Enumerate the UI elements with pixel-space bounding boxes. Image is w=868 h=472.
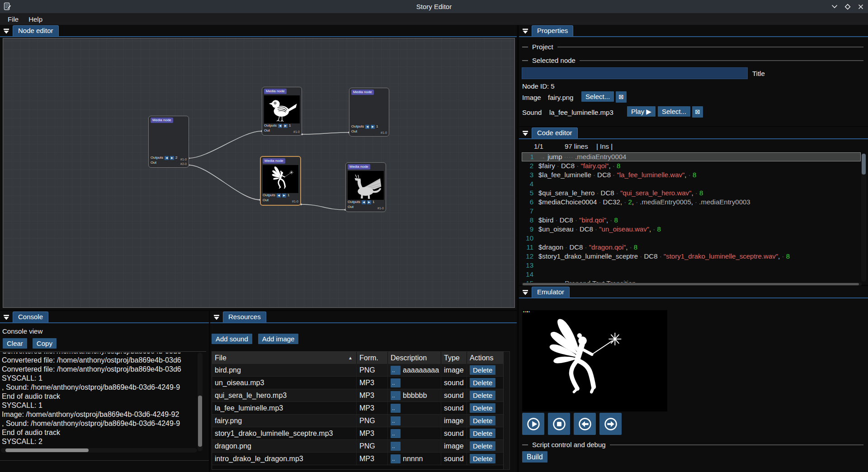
next-output-button[interactable]: ▶: [170, 156, 174, 160]
edit-description-button[interactable]: ..: [391, 391, 401, 400]
code-vertical-scrollbar[interactable]: [861, 153, 866, 282]
tab-code-editor[interactable]: Code editor: [532, 127, 578, 138]
tab-resources[interactable]: Resources: [223, 312, 266, 322]
graph-node[interactable]: Media nodeOutputs◀▶2Out#1-0#2-0: [148, 116, 189, 168]
column-header-type[interactable]: Type: [441, 352, 467, 364]
table-row[interactable]: fairy.pngPNG..imageDelete: [212, 415, 503, 427]
next-output-button[interactable]: ▶: [282, 194, 286, 198]
output-port[interactable]: #1-0: [377, 207, 384, 210]
edit-description-button[interactable]: ..: [391, 366, 401, 375]
next-output-button[interactable]: ▶: [367, 200, 371, 204]
type-cell: sound: [441, 402, 467, 414]
collapse-panel-icon[interactable]: [213, 315, 220, 320]
code-line: 6$mediaChoice0004 · DC32, · 2, · .mediaE…: [522, 198, 861, 207]
edit-description-button[interactable]: ..: [391, 378, 401, 387]
delete-button[interactable]: Delete: [470, 365, 495, 375]
title-bar[interactable]: Story Editor: [0, 0, 868, 13]
graph-node[interactable]: Media nodeOutputs◀▶1Out#1-0: [345, 162, 386, 212]
step-forward-button[interactable]: [599, 413, 622, 435]
node-title-input[interactable]: [522, 67, 748, 79]
close-button[interactable]: [857, 3, 864, 10]
output-port[interactable]: #1-0: [292, 200, 298, 203]
step-back-button[interactable]: [574, 413, 596, 435]
code-token: →: [539, 153, 547, 160]
console-output[interactable]: Convertered file: /home/anthony/ostproj/…: [2, 353, 197, 451]
delete-button[interactable]: Delete: [470, 429, 495, 438]
table-row[interactable]: qui_sera_le_hero.mp3MP3..bbbbbbsoundDele…: [212, 389, 503, 402]
output-port[interactable]: #1-0: [293, 130, 300, 134]
table-row[interactable]: story1_drako_luminelle_sceptre.mp3MP3..s…: [212, 427, 503, 440]
table-row[interactable]: un_oiseau.mp3MP3..soundDelete: [212, 377, 503, 389]
column-header-actions[interactable]: Actions: [467, 352, 502, 364]
prev-output-button[interactable]: ◀: [165, 156, 169, 160]
menu-help[interactable]: Help: [24, 14, 47, 24]
tab-node-editor[interactable]: Node editor: [13, 25, 59, 36]
collapse-panel-icon[interactable]: [3, 28, 9, 34]
script-control-section: Script control and debug: [522, 441, 863, 448]
delete-button[interactable]: Delete: [470, 403, 495, 413]
menu-file[interactable]: File: [3, 14, 24, 24]
play-button[interactable]: [522, 413, 544, 435]
delete-button[interactable]: Delete: [470, 378, 495, 387]
prev-output-button[interactable]: ◀: [365, 125, 369, 129]
edit-description-button[interactable]: ..: [391, 404, 401, 413]
graph-node[interactable]: Media nodeOutputs◀▶1Out#1-0: [262, 87, 302, 136]
add-sound-button[interactable]: Add sound: [212, 334, 252, 344]
prev-output-button[interactable]: ◀: [278, 124, 282, 128]
resources-table-scrollbar-gutter[interactable]: [504, 351, 510, 470]
output-port[interactable]: #1-0: [381, 131, 387, 135]
output-port[interactable]: #2-0: [180, 162, 187, 166]
sound-clear-button[interactable]: ⊠: [692, 106, 703, 118]
prev-output-button[interactable]: ◀: [277, 194, 281, 198]
collapse-panel-icon[interactable]: [522, 290, 528, 295]
tab-console[interactable]: Console: [13, 312, 48, 322]
edit-description-button[interactable]: ..: [391, 416, 401, 425]
delete-button[interactable]: Delete: [470, 441, 495, 451]
column-header-format[interactable]: Form.: [357, 352, 388, 364]
column-header-file[interactable]: File▲: [212, 352, 357, 364]
next-output-button[interactable]: ▶: [371, 125, 375, 129]
console-clear-button[interactable]: Clear: [3, 338, 27, 349]
sound-play-button[interactable]: Play ▶: [627, 106, 656, 117]
image-clear-button[interactable]: ⊠: [616, 91, 627, 103]
edit-description-button[interactable]: ..: [391, 454, 401, 463]
prev-output-button[interactable]: ◀: [362, 200, 366, 204]
next-output-button[interactable]: ▶: [283, 124, 288, 128]
table-row[interactable]: intro_drako_le_dragon.mp3MP3..nnnnnsound…: [212, 453, 503, 465]
delete-button[interactable]: Delete: [470, 416, 495, 425]
code-editor-text[interactable]: 1→ jump ···· .mediaEntry00042$fairy · DC…: [522, 152, 861, 283]
console-copy-button[interactable]: Copy: [33, 338, 57, 349]
table-row[interactable]: dragon.pngPNG..imageDelete: [212, 440, 503, 453]
graph-node[interactable]: Media nodeOutputs◀▶1Out#1-0: [349, 88, 389, 137]
table-row[interactable]: la_fee_luminelle.mp3MP3..soundDelete: [212, 402, 503, 415]
graph-node[interactable]: Media nodeOutputs◀▶1Out#1-0: [260, 156, 301, 206]
node-graph-canvas[interactable]: Media nodeOutputs◀▶2Out#1-0#2-0Media nod…: [3, 38, 515, 308]
collapse-panel-icon[interactable]: [522, 131, 528, 136]
delete-button[interactable]: Delete: [470, 454, 495, 463]
table-row[interactable]: bird.pngPNG..aaaaaaaaaimageDelete: [212, 364, 503, 377]
tab-emulator[interactable]: Emulator: [532, 287, 570, 297]
column-header-description[interactable]: Description: [388, 352, 441, 364]
sound-select-button[interactable]: Select...: [658, 106, 690, 117]
build-button[interactable]: Build: [522, 451, 547, 463]
image-select-button[interactable]: Select...: [581, 91, 614, 102]
console-vertical-scrollbar[interactable]: [198, 353, 203, 451]
code-token: $fairy: [538, 162, 555, 170]
add-image-button[interactable]: Add image: [258, 334, 299, 344]
tab-properties[interactable]: Properties: [532, 25, 573, 36]
collapse-panel-icon[interactable]: [522, 28, 528, 34]
stop-button[interactable]: [548, 413, 570, 435]
maximize-button[interactable]: [844, 3, 851, 10]
code-token: "bird.qoi": [579, 216, 606, 224]
code-line: 2$fairy · DC8 · "fairy.qoi", · 8: [522, 161, 861, 170]
code-line: 3$la_fee_luminelle · DC8 · "la_fee_lumin…: [522, 170, 861, 179]
minimize-button[interactable]: [831, 3, 838, 10]
edit-description-button[interactable]: ..: [391, 429, 401, 438]
collapse-panel-icon[interactable]: [3, 315, 9, 320]
delete-button[interactable]: Delete: [470, 391, 495, 400]
console-horizontal-scrollbar[interactable]: [1, 448, 197, 453]
edit-description-button[interactable]: ..: [391, 442, 401, 451]
output-port[interactable]: #1-0: [180, 158, 187, 161]
code-horizontal-scrollbar[interactable]: [522, 283, 862, 286]
sort-asc-icon: ▲: [348, 355, 353, 360]
